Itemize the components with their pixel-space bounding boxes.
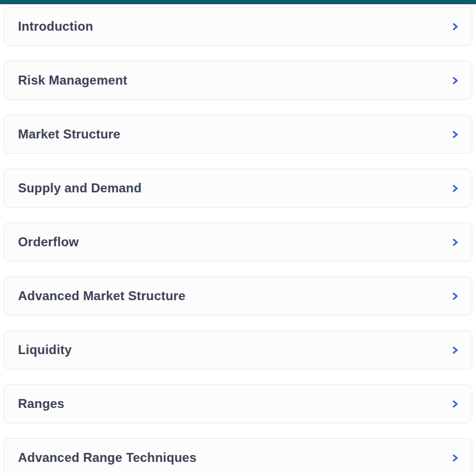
chevron-right-icon <box>451 76 459 85</box>
chevron-right-icon <box>451 22 459 31</box>
accordion-item-introduction[interactable]: Introduction <box>4 7 472 46</box>
accordion-item-title: Supply and Demand <box>18 181 142 196</box>
chevron-right-icon <box>451 292 459 301</box>
accordion-item-title: Risk Management <box>18 73 127 88</box>
accordion-item-title: Orderflow <box>18 235 79 249</box>
chevron-right-icon <box>451 184 459 193</box>
accordion-item-orderflow[interactable]: Orderflow <box>4 222 472 262</box>
accordion-item-supply-and-demand[interactable]: Supply and Demand <box>4 169 472 208</box>
chevron-right-icon <box>451 400 459 409</box>
accordion-item-advanced-market-structure[interactable]: Advanced Market Structure <box>4 276 472 316</box>
accordion-item-risk-management[interactable]: Risk Management <box>4 61 472 100</box>
chevron-right-icon <box>451 453 459 462</box>
accordion-item-title: Ranges <box>18 396 64 411</box>
accordion-item-liquidity[interactable]: Liquidity <box>4 330 472 369</box>
accordion-item-title: Liquidity <box>18 342 72 357</box>
chevron-right-icon <box>451 130 459 139</box>
course-section-list: Introduction Risk Management Market Stru… <box>0 4 476 473</box>
accordion-item-title: Introduction <box>18 19 93 34</box>
chevron-right-icon <box>451 238 459 247</box>
accordion-item-title: Advanced Range Techniques <box>18 450 197 465</box>
accordion-item-advanced-range-techniques[interactable]: Advanced Range Techniques <box>4 438 472 473</box>
accordion-item-market-structure[interactable]: Market Structure <box>4 115 472 154</box>
accordion-item-ranges[interactable]: Ranges <box>4 384 472 423</box>
accordion-item-title: Market Structure <box>18 127 120 142</box>
accordion-item-title: Advanced Market Structure <box>18 289 185 303</box>
chevron-right-icon <box>451 346 459 355</box>
top-accent-bar <box>0 0 476 4</box>
